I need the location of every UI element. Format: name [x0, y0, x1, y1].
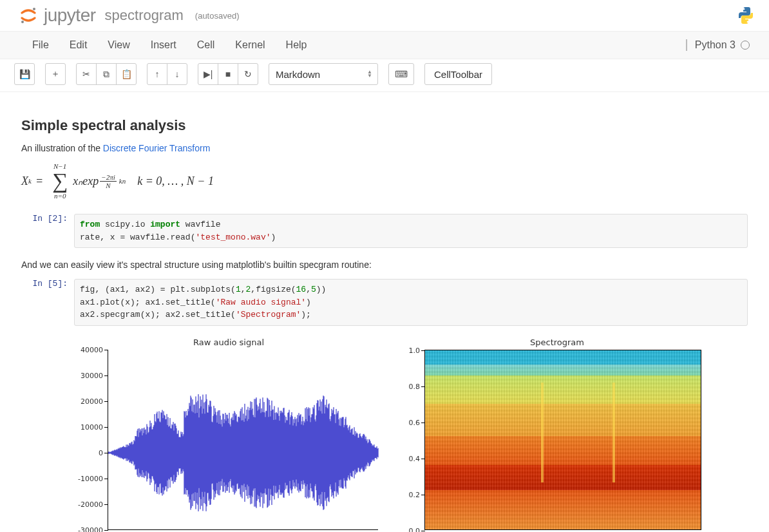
jupyter-wordmark: jupyter [44, 5, 96, 26]
celltoolbar-button[interactable]: CellToolbar [424, 63, 492, 85]
move-up-button[interactable]: ↑ [147, 63, 167, 85]
chart-title: Raw audio signal [74, 337, 383, 347]
autosave-status: (autosaved) [195, 11, 240, 21]
ytick-label: 1.0 [409, 346, 421, 354]
menu-edit[interactable]: Edit [59, 35, 98, 55]
ytick-label: 0 [99, 448, 103, 457]
cut-button[interactable]: ✂ [76, 63, 97, 85]
page-title: Simple spectral analysis [21, 117, 748, 134]
dft-formula: Xk = N−1 ∑ n=0 xₙexp −2πi N kn k = 0, … … [21, 162, 748, 200]
command-palette-button[interactable]: ⌨ [388, 63, 414, 85]
input-prompt: In [2]: [21, 214, 74, 248]
menu-view[interactable]: View [97, 35, 140, 55]
ytick-label: 30000 [81, 371, 103, 379]
svg-point-0 [33, 8, 35, 10]
kernel-idle-icon [741, 41, 750, 50]
code-input[interactable]: from scipy.io import wavfile rate, x = w… [74, 214, 748, 248]
toolbar: 💾 ＋ ✂ ⧉ 📋 ↑ ↓ ▶| ■ ↻ Markdown ▲▼ ⌨ CellT… [0, 59, 769, 92]
spectrogram-chart: Spectrogram 0.00.20.40.60.81.0 [403, 337, 712, 530]
cell-type-value: Markdown [276, 69, 320, 80]
menubar: File Edit View Insert Cell Kernel Help P… [0, 31, 769, 59]
plus-icon: ＋ [51, 68, 60, 80]
ytick-label: 0.6 [409, 418, 421, 426]
dft-link[interactable]: Discrete Fourier Transform [103, 143, 210, 153]
ytick-label: -20000 [78, 500, 103, 508]
intro-text: An illustration of the Discrete Fourier … [21, 143, 748, 153]
menu-file[interactable]: File [22, 35, 59, 55]
move-down-button[interactable]: ↓ [167, 63, 187, 85]
chevron-updown-icon: ▲▼ [367, 70, 372, 78]
arrow-up-icon: ↑ [155, 69, 160, 79]
svg-point-3 [747, 21, 749, 23]
intro-prefix: An illustration of the [21, 143, 103, 153]
celltoolbar-label: CellToolbar [434, 69, 482, 80]
waveform-chart: Raw audio signal -30000-20000-1000001000… [74, 337, 383, 530]
svg-point-1 [21, 21, 24, 23]
code-cell[interactable]: In [5]: fig, (ax1, ax2) = plt.subplots(1… [21, 279, 748, 326]
ytick-label: 0.2 [409, 490, 421, 499]
code-input[interactable]: fig, (ax1, ax2) = plt.subplots(1,2,figsi… [74, 279, 748, 326]
notebook-header: jupyter spectrogram (autosaved) [0, 0, 769, 31]
add-cell-button[interactable]: ＋ [45, 63, 66, 85]
ytick-label: 20000 [81, 397, 103, 405]
notebook-name[interactable]: spectrogram [105, 7, 184, 24]
ytick-label: 0.4 [409, 454, 421, 462]
stop-button[interactable]: ■ [218, 63, 238, 85]
ytick-label: -10000 [78, 474, 103, 482]
paste-icon: 📋 [121, 69, 132, 79]
copy-icon: ⧉ [103, 69, 109, 80]
copy-button[interactable]: ⧉ [96, 63, 117, 85]
svg-point-2 [743, 8, 745, 10]
spectrogram-image [425, 350, 701, 529]
jupyter-logo-icon [19, 6, 37, 24]
ytick-label: 40000 [81, 345, 103, 354]
save-icon: 💾 [19, 69, 30, 79]
menu-insert[interactable]: Insert [140, 35, 187, 55]
code-cell[interactable]: In [2]: from scipy.io import wavfile rat… [21, 214, 748, 248]
stop-icon: ■ [225, 69, 231, 79]
step-forward-icon: ▶| [204, 69, 213, 79]
ytick-label: 0.8 [409, 382, 421, 390]
md-text-2: And we can easily view it's spectral str… [21, 260, 748, 270]
input-prompt: In [5]: [21, 279, 74, 326]
refresh-icon: ↻ [244, 69, 252, 79]
ytick-label: 10000 [81, 423, 103, 431]
scissors-icon: ✂ [82, 69, 90, 79]
python-logo-icon [736, 5, 756, 26]
keyboard-icon: ⌨ [395, 69, 408, 79]
notebook-container: Simple spectral analysis An illustration… [0, 92, 769, 532]
paste-button[interactable]: 📋 [116, 63, 137, 85]
save-button[interactable]: 💾 [14, 63, 35, 85]
run-button[interactable]: ▶| [198, 63, 218, 85]
ytick-label: 0.0 [409, 526, 421, 532]
menu-cell[interactable]: Cell [187, 35, 225, 55]
arrow-down-icon: ↓ [175, 69, 180, 79]
kernel-name: Python 3 [695, 39, 736, 51]
chart-title: Spectrogram [403, 337, 712, 347]
menu-help[interactable]: Help [276, 35, 318, 55]
restart-button[interactable]: ↻ [238, 63, 258, 85]
sigma-icon: ∑ [52, 170, 68, 192]
cell-type-select[interactable]: Markdown ▲▼ [269, 63, 378, 85]
ytick-label: -30000 [78, 526, 103, 532]
cell-output: Raw audio signal -30000-20000-1000001000… [21, 337, 748, 530]
kernel-indicator: Python 3 [686, 39, 750, 51]
menu-kernel[interactable]: Kernel [225, 35, 275, 55]
